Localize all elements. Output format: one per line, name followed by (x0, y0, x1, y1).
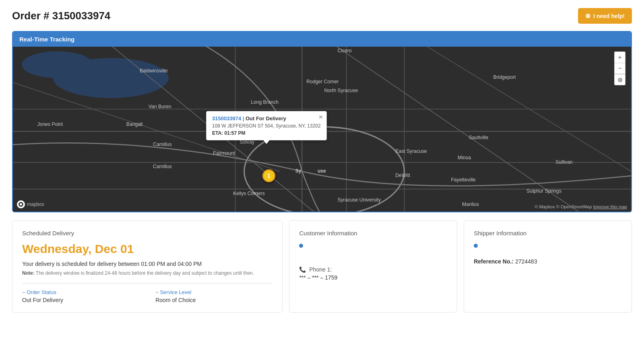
delivery-card-title: Scheduled Delivery (22, 230, 272, 237)
order-title: Order # 3150033974 (12, 10, 110, 22)
svg-text:Sulphur Springs: Sulphur Springs (526, 188, 561, 194)
svg-text:Kellys Corners: Kellys Corners (233, 191, 265, 196)
help-icon: ⊗ (585, 12, 590, 20)
order-status-label: ~ Order Status (22, 289, 139, 295)
svg-point-50 (20, 203, 22, 206)
popup-eta-label: ETA: (212, 130, 223, 136)
svg-text:Minoa: Minoa (458, 155, 471, 160)
svg-text:Van Buren: Van Buren (149, 104, 171, 109)
svg-text:Camillus: Camillus (153, 164, 172, 169)
delivery-note: Note: The delivery window is finalized 2… (22, 270, 272, 276)
svg-text:Manlius: Manlius (462, 202, 479, 207)
pin-number: 1 (262, 169, 275, 182)
svg-text:Fairmount: Fairmount (213, 150, 235, 156)
help-button[interactable]: ⊗ I need help! (578, 8, 632, 24)
delivery-text: Your delivery is scheduled for delivery … (22, 261, 272, 267)
svg-text:Sy: Sy (295, 168, 301, 174)
mapbox-logo: mapbox (17, 200, 44, 208)
customer-card-title: Customer Information (299, 230, 447, 237)
mapbox-circle-icon (17, 200, 25, 208)
svg-text:Rodger Corner: Rodger Corner (306, 79, 339, 84)
popup-separator: | (243, 115, 246, 121)
improve-map-link[interactable]: Improve this map (593, 204, 627, 209)
reference-number: Reference No.: 2724483 (474, 258, 622, 265)
svg-text:North Syracuse: North Syracuse (324, 88, 358, 93)
phone-label: 📞 Phone 1: (299, 266, 447, 273)
service-level-value: Room of Choice (155, 297, 272, 303)
shipper-name-row (474, 242, 622, 253)
shipper-dot-icon (474, 244, 478, 248)
zoom-reset-button[interactable]: ⊕ (614, 74, 625, 85)
ref-label: Reference No.: (474, 258, 514, 265)
service-level-label: ~ Service Level (155, 289, 272, 295)
order-status-value: Out For Delivery (22, 297, 139, 303)
svg-text:Fayetteville: Fayetteville (451, 177, 476, 183)
note-text: The delivery window is finalized 24-48 h… (36, 270, 254, 276)
delivery-date-prefix: Wednesday, (22, 242, 91, 255)
svg-text:DeWitt: DeWitt (395, 173, 410, 178)
svg-text:Baldwinsville: Baldwinsville (140, 68, 168, 74)
customer-info-card: Customer Information 📞 Phone 1: *** – **… (289, 220, 457, 313)
attribution-text: © Mapbox © OpenStreetMap (535, 204, 592, 209)
delivery-divider (22, 283, 272, 284)
svg-text:Camillus: Camillus (153, 142, 172, 147)
phone-icon: 📞 (299, 266, 306, 273)
svg-text:Bangall: Bangall (126, 121, 143, 127)
svg-text:Cicero: Cicero (338, 48, 352, 53)
help-button-label: I need help! (593, 13, 625, 19)
map-container[interactable]: Cicero Baldwinsville Bridgeport Rodger C… (13, 47, 631, 212)
info-row: Scheduled Delivery Wednesday, Dec 01 You… (12, 220, 632, 313)
delivery-info-grid: ~ Order Status Out For Delivery ~ Servic… (22, 289, 272, 303)
shipper-info-card: Shipper Information Reference No.: 27244… (464, 220, 632, 313)
popup-order-id: 3150033974 (212, 115, 241, 121)
scheduled-delivery-card: Scheduled Delivery Wednesday, Dec 01 You… (12, 220, 283, 313)
map-delivery-pin[interactable]: 1 (262, 169, 275, 182)
service-level-col: ~ Service Level Room of Choice (155, 289, 272, 303)
popup-close-button[interactable]: ✕ (318, 114, 323, 120)
svg-text:Long Branch: Long Branch (251, 99, 279, 105)
popup-eta: ETA: 01:57 PM (212, 130, 321, 136)
svg-text:Bridgeport: Bridgeport (493, 74, 516, 80)
svg-text:use: use (318, 168, 326, 174)
popup-order-line: 3150033974 | Out For Delivery (212, 115, 321, 121)
customer-name-row (299, 242, 447, 261)
delivery-date-highlight: Dec 01 (95, 242, 134, 255)
map-popup: ✕ 3150033974 | Out For Delivery 108 W JE… (206, 111, 327, 140)
svg-text:East Syracuse: East Syracuse (395, 148, 427, 154)
page-wrapper: Order # 3150033974 ⊗ I need help! Real-T… (0, 0, 644, 362)
svg-text:Jones Point: Jones Point (37, 121, 63, 127)
svg-text:Saultville: Saultville (469, 135, 489, 140)
zoom-in-button[interactable]: + (614, 51, 625, 63)
tracking-title: Real-Time Tracking (19, 36, 74, 43)
ref-value: 2724483 (515, 258, 537, 265)
delivery-date: Wednesday, Dec 01 (22, 242, 272, 256)
order-status-col: ~ Order Status Out For Delivery (22, 289, 139, 303)
phone-label-text: Phone 1: (309, 266, 332, 273)
tracking-header: Real-Time Tracking (13, 32, 631, 47)
tracking-panel: Real-Time Tracking (12, 31, 632, 212)
svg-text:Syracuse University: Syracuse University (338, 197, 381, 203)
map-zoom-controls: + − ⊕ (614, 51, 625, 85)
popup-address: 108 W JEFFERSON ST 504, Syracuse, NY, 13… (212, 123, 321, 129)
page-header: Order # 3150033974 ⊗ I need help! (12, 8, 632, 24)
svg-text:Sullivan: Sullivan (555, 159, 573, 165)
note-label: Note: (22, 270, 35, 276)
mapbox-label: mapbox (27, 202, 44, 207)
shipper-card-title: Shipper Information (474, 230, 622, 237)
popup-eta-value: 01:57 PM (224, 130, 245, 136)
zoom-out-button[interactable]: − (614, 63, 625, 74)
svg-point-2 (22, 51, 93, 78)
popup-status: Out For Delivery (246, 115, 286, 121)
phone-value: *** – *** – 1759 (299, 274, 447, 281)
map-attribution: © Mapbox © OpenStreetMap Improve this ma… (535, 204, 627, 209)
customer-dot-icon (299, 244, 303, 248)
phone-section: 📞 Phone 1: *** – *** – 1759 (299, 266, 447, 281)
